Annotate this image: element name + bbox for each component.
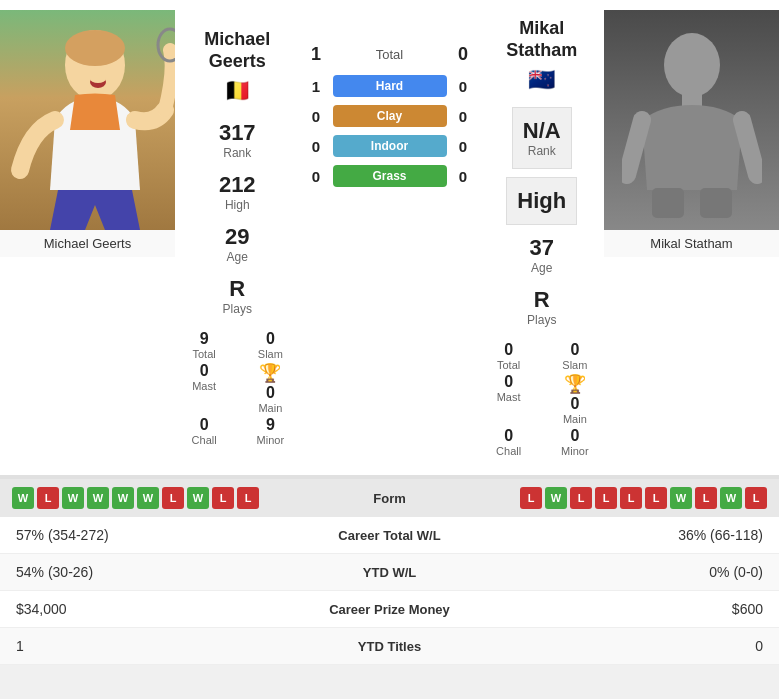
grass-left-score: 0	[304, 168, 329, 185]
form-left-badge-0: W	[12, 487, 34, 509]
stats-left-val-0: 57% (354-272)	[16, 527, 290, 543]
right-chall-label: Chall	[484, 445, 534, 457]
right-rank-label: Rank	[523, 144, 561, 158]
form-left-badge-4: W	[112, 487, 134, 509]
left-main-value: 0	[266, 384, 275, 402]
form-label: Form	[350, 491, 430, 506]
svg-point-5	[90, 75, 106, 83]
left-trophy-icon: 🏆	[259, 362, 281, 384]
left-photo-container: Michael Geerts	[0, 10, 175, 465]
left-main-label: Main	[258, 402, 282, 414]
hard-badge: Hard	[333, 75, 447, 97]
middle-col: 1 Total 0 1 Hard 0 0 Clay 0 0 Indoor 0 0	[300, 10, 480, 465]
left-mast-block: 0 Mast	[179, 362, 229, 414]
right-main-label: Main	[563, 413, 587, 425]
stats-right-val-2: $600	[490, 601, 764, 617]
form-right-badge-3: L	[595, 487, 617, 509]
clay-row: 0 Clay 0	[304, 105, 476, 127]
left-chall-block: 0 Chall	[179, 416, 229, 446]
left-player-name-label: Michael Geerts	[0, 230, 175, 257]
left-high-block: 212 High	[219, 172, 256, 212]
left-player-photo	[0, 10, 175, 230]
form-right-badge-0: L	[520, 487, 542, 509]
form-right-badge-8: W	[720, 487, 742, 509]
svg-rect-11	[700, 188, 732, 218]
left-age-block: 29 Age	[225, 224, 249, 264]
left-mast-value: 0	[179, 362, 229, 380]
stats-row-1: 54% (30-26)YTD W/L0% (0-0)	[0, 554, 779, 591]
left-total-value: 9	[179, 330, 229, 348]
left-slam-value: 0	[245, 330, 295, 348]
left-plays-block: R Plays	[223, 276, 252, 316]
clay-right-score: 0	[451, 108, 476, 125]
left-trophy-block: 🏆 0 Main	[245, 362, 295, 414]
right-total-block: 0 Total	[484, 341, 534, 371]
left-player-flag: 🇧🇪	[224, 78, 251, 104]
right-player-stats: Mikal Statham 🇳🇿 N/A Rank High 37 Age R …	[480, 10, 605, 465]
indoor-right-score: 0	[451, 138, 476, 155]
form-left: WLWWWWLWLL	[12, 487, 346, 509]
right-age-label: Age	[530, 261, 554, 275]
form-right-badge-2: L	[570, 487, 592, 509]
svg-rect-10	[652, 188, 684, 218]
right-high-value: High	[517, 188, 566, 214]
grass-badge: Grass	[333, 165, 447, 187]
total-label: Total	[329, 47, 451, 62]
form-left-badge-8: L	[212, 487, 234, 509]
hard-left-score: 1	[304, 78, 329, 95]
right-minor-value: 0	[550, 427, 600, 445]
left-total-block: 9 Total	[179, 330, 229, 360]
left-slam-label: Slam	[245, 348, 295, 360]
left-total-label: Total	[179, 348, 229, 360]
left-mini-stats: 9 Total 0 Slam 0 Mast 🏆 0 Main 0	[179, 330, 296, 446]
right-age-block: 37 Age	[530, 235, 554, 275]
form-right-badge-1: W	[545, 487, 567, 509]
left-player-name: Michael Geerts	[204, 29, 270, 72]
right-plays-value: R	[527, 287, 556, 313]
right-mini-stats: 0 Total 0 Slam 0 Mast 🏆 0 Main 0	[484, 341, 601, 457]
left-player-stats: Michael Geerts 🇧🇪 317 Rank 212 High 29 A…	[175, 10, 300, 465]
left-plays-label: Plays	[223, 302, 252, 316]
right-photo-container: Mikal Statham	[604, 10, 779, 465]
form-section: WLWWWWLWLL Form LWLLLLWLWL	[0, 479, 779, 517]
right-rank-value: N/A	[523, 118, 561, 144]
left-slam-block: 0 Slam	[245, 330, 295, 360]
stats-left-val-2: $34,000	[16, 601, 290, 617]
right-minor-label: Minor	[550, 445, 600, 457]
right-slam-label: Slam	[550, 359, 600, 371]
stats-center-label-3: YTD Titles	[290, 639, 490, 654]
grass-row: 0 Grass 0	[304, 165, 476, 187]
form-left-badge-6: L	[162, 487, 184, 509]
left-age-value: 29	[225, 224, 249, 250]
form-right: LWLLLLWLWL	[434, 487, 768, 509]
right-plays-block: R Plays	[527, 287, 556, 327]
right-plays-label: Plays	[527, 313, 556, 327]
svg-line-8	[627, 120, 642, 175]
right-rank-box: N/A Rank	[512, 107, 572, 169]
left-rank-block: 317 Rank	[219, 120, 256, 160]
form-left-badge-5: W	[137, 487, 159, 509]
form-right-badge-6: W	[670, 487, 692, 509]
right-main-value: 0	[570, 395, 579, 413]
right-total-value: 0	[484, 341, 534, 359]
left-chall-label: Chall	[179, 434, 229, 446]
left-minor-value: 9	[245, 416, 295, 434]
form-right-badge-5: L	[645, 487, 667, 509]
right-player-photo	[604, 10, 779, 230]
right-slam-block: 0 Slam	[550, 341, 600, 371]
right-trophy-icon: 🏆	[564, 373, 586, 395]
right-player-silhouette	[622, 20, 762, 220]
left-plays-value: R	[223, 276, 252, 302]
form-left-badge-3: W	[87, 487, 109, 509]
grass-right-score: 0	[451, 168, 476, 185]
indoor-left-score: 0	[304, 138, 329, 155]
hard-row: 1 Hard 0	[304, 75, 476, 97]
clay-badge: Clay	[333, 105, 447, 127]
right-mast-block: 0 Mast	[484, 373, 534, 425]
stats-right-val-3: 0	[490, 638, 764, 654]
stats-left-val-3: 1	[16, 638, 290, 654]
left-rank-value: 317	[219, 120, 256, 146]
form-right-badge-4: L	[620, 487, 642, 509]
left-age-label: Age	[225, 250, 249, 264]
right-slam-value: 0	[550, 341, 600, 359]
